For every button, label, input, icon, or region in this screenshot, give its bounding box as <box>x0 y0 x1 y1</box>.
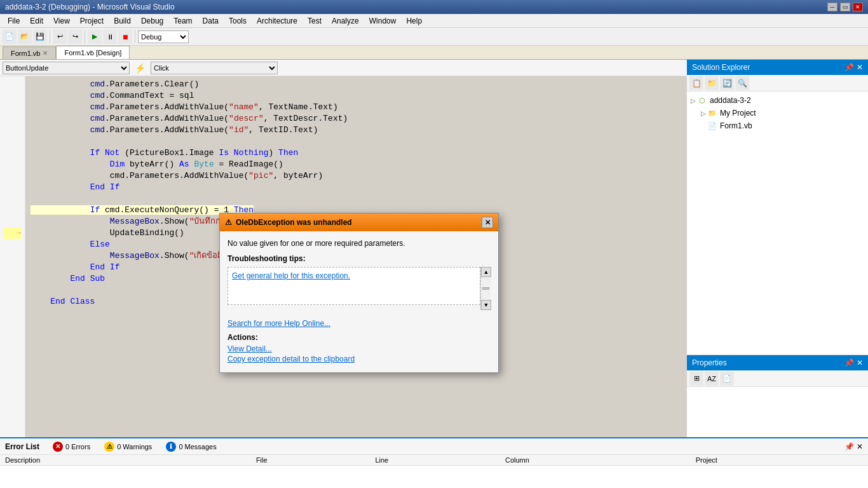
menu-item-team[interactable]: Team <box>168 15 197 27</box>
exception-dialog: ⚠ OleDbException was unhandled ✕ No valu… <box>219 213 499 373</box>
tree-expand-icon: ▷ <box>689 97 697 104</box>
object-selector[interactable]: ButtonUpdate <box>3 62 130 74</box>
search-online-link[interactable]: Search for more Help Online... <box>227 319 491 328</box>
properties-panel: Properties 📌 ✕ ⊞ AZ 📄 <box>687 355 868 437</box>
actions-title: Actions: <box>227 333 491 342</box>
messages-tab-label: 0 Messages <box>179 443 216 451</box>
tree-expand-icon-3 <box>700 123 707 130</box>
troubleshooting-title: Troubleshooting tips: <box>227 254 491 263</box>
menu-item-build[interactable]: Build <box>109 15 136 27</box>
error-list-header: Error List ✕ 0 Errors ⚠ 0 Warnings ℹ 0 M… <box>0 438 868 455</box>
solution-explorer-title: Solution Explorer <box>692 63 750 72</box>
se-show-files-button[interactable]: 📁 <box>705 76 719 90</box>
warning-tab[interactable]: ⚠ 0 Warnings <box>98 440 158 454</box>
modal-body: No value given for one or more required … <box>220 231 498 372</box>
minimize-button[interactable]: ─ <box>827 3 837 11</box>
props-content <box>687 387 868 397</box>
modal-close-button[interactable]: ✕ <box>482 217 493 228</box>
menu-item-help[interactable]: Help <box>401 15 427 27</box>
stop-button[interactable]: ⏹ <box>118 30 132 44</box>
tree-item-myproject[interactable]: ▷ 📁 My Project <box>689 107 865 119</box>
pause-button[interactable]: ⏸ <box>103 30 117 44</box>
menu-item-architecture[interactable]: Architecture <box>252 15 302 27</box>
menu-item-analyze[interactable]: Analyze <box>327 15 364 27</box>
modal-error-message: No value given for one or more required … <box>227 239 491 248</box>
save-button[interactable]: 💾 <box>33 30 47 44</box>
tree-item-form1[interactable]: 📄 Form1.vb <box>689 119 865 132</box>
el-close-icon[interactable]: ✕ <box>857 442 863 451</box>
folder-icon: 📁 <box>707 108 717 118</box>
scroll-down-icon[interactable]: ▼ <box>481 300 491 310</box>
props-sort-alpha-button[interactable]: AZ <box>705 372 719 386</box>
tab-form1-design[interactable]: Form1.vb [Design] <box>56 46 130 59</box>
view-detail-link[interactable]: View Detail... <box>227 344 491 353</box>
solution-explorer-panel: Solution Explorer 📌 ✕ 📋 📁 🔄 🔍 ▷ ⬡ adddat… <box>687 60 868 437</box>
start-button[interactable]: ▶ <box>88 30 102 44</box>
error-list-title: Error List <box>5 442 39 451</box>
se-tree: ▷ ⬡ adddata-3-2 ▷ 📁 My Project 📄 Form1.v… <box>687 92 868 355</box>
scroll-thumb[interactable] <box>482 287 489 290</box>
menu-item-file[interactable]: File <box>3 15 25 27</box>
menu-bar: FileEditViewProjectBuildDebugTeamDataToo… <box>0 14 868 28</box>
window-controls: ─ ▭ ✕ <box>827 3 863 11</box>
error-tab[interactable]: ✕ 0 Errors <box>47 440 96 454</box>
se-refresh-button[interactable]: 🔄 <box>720 76 734 90</box>
open-button[interactable]: 📂 <box>18 30 32 44</box>
error-tab-label: 0 Errors <box>65 443 90 451</box>
menu-item-edit[interactable]: Edit <box>25 15 48 27</box>
se-toolbar: 📋 📁 🔄 🔍 <box>687 75 868 92</box>
se-search-button[interactable]: 🔍 <box>735 76 749 90</box>
menu-item-debug[interactable]: Debug <box>136 15 168 27</box>
col-description: Description <box>0 455 251 466</box>
get-help-link[interactable]: Get general help for this exception. <box>232 271 350 280</box>
props-property-pages-button[interactable]: 📄 <box>720 372 734 386</box>
menu-item-window[interactable]: Window <box>364 15 402 27</box>
info-badge: ℹ <box>166 442 176 452</box>
menu-item-view[interactable]: View <box>48 15 75 27</box>
tips-box: Get general help for this exception. <box>227 267 480 305</box>
title-bar-text: adddata-3-2 (Debugging) - Microsoft Visu… <box>5 3 175 11</box>
modal-title-text: OleDbException was unhandled <box>236 218 352 227</box>
line-numbers: → <box>0 76 25 437</box>
col-line: Line <box>370 455 500 466</box>
warning-badge: ⚠ <box>104 442 114 452</box>
method-selector[interactable]: Click <box>151 62 278 74</box>
tips-scrollbar[interactable]: ▲ ▼ <box>480 267 491 310</box>
tab-strip: Form1.vb ✕ Form1.vb [Design] <box>0 46 868 60</box>
tab-label: Form1.vb <box>11 50 40 57</box>
se-pin-icon[interactable]: 📌 <box>844 63 854 72</box>
menu-item-test[interactable]: Test <box>302 15 327 27</box>
debug-config-select[interactable]: Debug Release <box>138 30 189 43</box>
props-pin-icon[interactable]: 📌 <box>844 358 854 367</box>
tab-close-icon[interactable]: ✕ <box>43 50 48 57</box>
tab-form1-vb[interactable]: Form1.vb ✕ <box>3 46 56 59</box>
se-close-icon[interactable]: ✕ <box>857 63 863 72</box>
tree-item-project[interactable]: ▷ ⬡ adddata-3-2 <box>689 94 865 107</box>
props-sort-category-button[interactable]: ⊞ <box>689 372 703 386</box>
vb-file-icon: 📄 <box>707 121 717 131</box>
props-toolbar: ⊞ AZ 📄 <box>687 370 868 387</box>
menu-item-tools[interactable]: Tools <box>224 15 252 27</box>
props-close-icon[interactable]: ✕ <box>857 358 863 367</box>
close-button[interactable]: ✕ <box>853 3 863 11</box>
tree-expand-icon-2: ▷ <box>700 110 707 117</box>
toolbar: 📄 📂 💾 ↩ ↪ ▶ ⏸ ⏹ Debug Release <box>0 28 868 46</box>
redo-button[interactable]: ↪ <box>68 30 82 44</box>
props-controls: 📌 ✕ <box>844 358 863 367</box>
scroll-up-icon[interactable]: ▲ <box>481 267 491 277</box>
title-bar: adddata-3-2 (Debugging) - Microsoft Visu… <box>0 0 868 14</box>
new-file-button[interactable]: 📄 <box>3 30 17 44</box>
messages-tab[interactable]: ℹ 0 Messages <box>160 440 222 454</box>
menu-item-data[interactable]: Data <box>198 15 224 27</box>
restore-button[interactable]: ▭ <box>840 3 850 11</box>
toolbar-separator-3 <box>135 30 135 43</box>
undo-button[interactable]: ↩ <box>53 30 67 44</box>
menu-item-project[interactable]: Project <box>75 15 109 27</box>
el-pin-icon[interactable]: 📌 <box>844 442 854 451</box>
code-toolbar: ButtonUpdate ⚡ Click <box>0 60 687 76</box>
se-properties-button[interactable]: 📋 <box>689 76 703 90</box>
copy-exception-link[interactable]: Copy exception detail to the clipboard <box>227 355 491 363</box>
error-list-panel: Error List ✕ 0 Errors ⚠ 0 Warnings ℹ 0 M… <box>0 437 868 488</box>
warning-tab-label: 0 Warnings <box>117 443 152 451</box>
tab-label: Form1.vb [Design] <box>64 49 121 57</box>
